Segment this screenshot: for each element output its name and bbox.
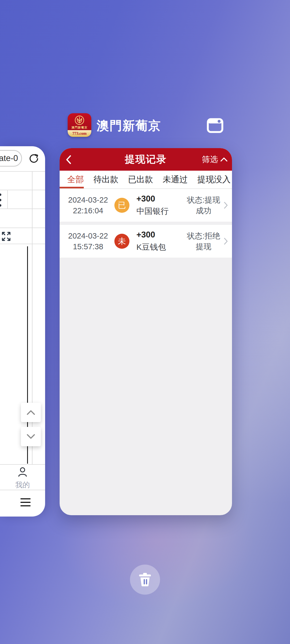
hamburger-menu-icon[interactable]: [20, 498, 31, 506]
tab-all[interactable]: 全部: [67, 174, 84, 185]
chip-label: eate-0: [0, 153, 18, 163]
filter-label: 筛选: [202, 154, 218, 165]
tab-not-passed[interactable]: 未通过: [163, 174, 188, 185]
record-datetime: 2024-03-22 15:57:38: [66, 230, 110, 252]
status-badge: 已: [114, 198, 129, 213]
back-icon[interactable]: [64, 155, 73, 165]
record-amount: +300: [136, 230, 166, 240]
clear-all-apps-button[interactable]: [130, 565, 160, 595]
app-icon[interactable]: 澳門新葡京 773.com: [68, 113, 91, 137]
divider: [0, 190, 45, 190]
divider: [7, 190, 8, 208]
record-channel: K豆钱包: [136, 242, 166, 253]
chevron-right-icon[interactable]: [223, 237, 228, 245]
freeform-window-icon[interactable]: [206, 116, 224, 134]
person-icon: [17, 466, 28, 478]
filter-button[interactable]: 筛选: [202, 148, 228, 171]
divider: [0, 171, 45, 172]
app-icon-name-text: 澳門新葡京: [68, 126, 91, 130]
chevron-up-icon: [220, 157, 228, 162]
divider: [0, 464, 45, 465]
app-icon-domain-text: 773.com: [68, 130, 91, 137]
profile-nav-item[interactable]: 我的: [0, 466, 45, 490]
scroll-down-button[interactable]: [21, 427, 41, 446]
divider: [0, 208, 45, 209]
left-card-chip[interactable]: eate-0: [0, 150, 22, 167]
app-title: 澳門新葡京: [97, 118, 161, 134]
expand-fullscreen-icon[interactable]: [2, 232, 11, 241]
tab-pending[interactable]: 待出款: [93, 174, 118, 185]
record-datetime: 2024-03-22 22:16:04: [66, 195, 110, 216]
divider: [0, 228, 45, 228]
trash-icon: [138, 572, 152, 587]
record-channel: 中国银行: [136, 206, 169, 217]
tab-withdraw-not-received[interactable]: 提现没入: [197, 174, 231, 185]
profile-label: 我的: [0, 480, 45, 490]
refresh-icon[interactable]: [28, 153, 40, 164]
lotus-emblem-icon: [74, 115, 85, 126]
record-status: 状态:拒绝 提现: [187, 230, 220, 252]
divider: [0, 244, 45, 244]
status-badge: 未: [114, 234, 129, 249]
divider: [0, 490, 45, 490]
scroll-up-button[interactable]: [21, 403, 41, 422]
tab-paid[interactable]: 已出款: [128, 174, 153, 185]
record-row[interactable]: 2024-03-22 22:16:04 已 +300 中国银行 状态:提现 成功: [60, 189, 232, 222]
record-status: 状态:提现 成功: [187, 195, 220, 216]
app-header: 提现记录 筛选: [60, 148, 232, 171]
active-tab-underline: [60, 187, 84, 188]
chevron-right-icon[interactable]: [223, 201, 228, 209]
record-amount: +300: [136, 194, 169, 204]
more-dots-icon: [0, 193, 1, 207]
app-card-withdrawal-records[interactable]: 提现记录 筛选 全部 待出款 已出款 未通过 提现没入 2024-03-22 2…: [60, 148, 232, 515]
left-app-card[interactable]: eate-0 我的: [0, 146, 45, 517]
record-row[interactable]: 2024-03-22 15:57:38 未 +300 K豆钱包 状态:拒绝 提现: [60, 225, 232, 258]
tab-bar: 全部 待出款 已出款 未通过 提现没入: [60, 171, 232, 189]
